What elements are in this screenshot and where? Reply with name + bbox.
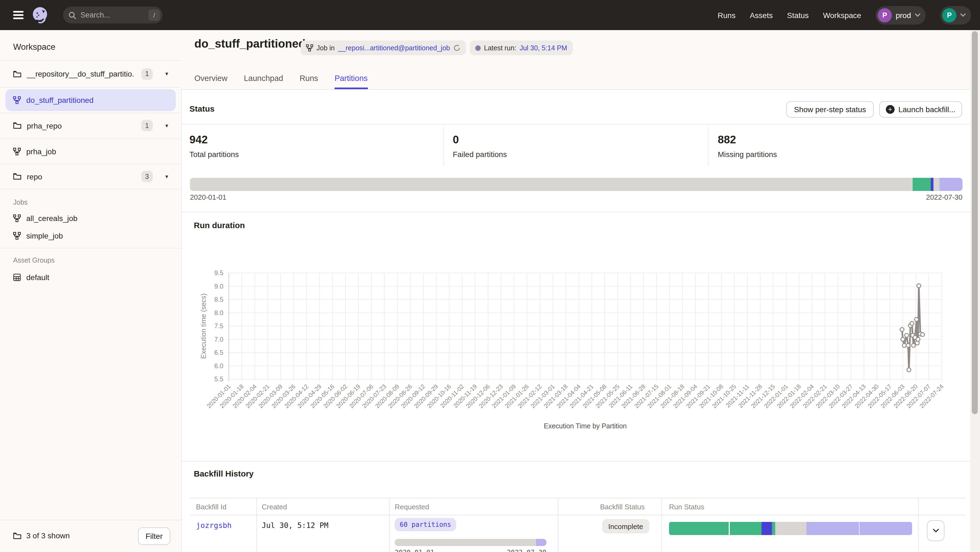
partition-status-bar: [190, 178, 963, 191]
svg-text:Execution time (secs): Execution time (secs): [200, 293, 207, 359]
folder-icon: [13, 70, 21, 78]
plus-icon: +: [886, 105, 894, 114]
deployment-name: prod: [896, 11, 911, 19]
jobs-section-label: Jobs: [13, 198, 28, 206]
sidebar-item-repository-do-stuff[interactable]: __repository__do_stuff_partitio... 1 ▼: [0, 60, 181, 87]
sidebar-item-prha-job[interactable]: prha_job: [0, 139, 181, 164]
scrollbar-track[interactable]: [970, 30, 980, 552]
search-input[interactable]: Search... /: [63, 6, 162, 24]
stat-label: Failed partitions: [453, 150, 507, 159]
sidebar-item-do-stuff-partitioned[interactable]: do_stuff_partitioned: [5, 89, 176, 111]
stat-missing-partitions: 882 Missing partitions: [718, 133, 777, 159]
sidebar-item-label: prha_repo: [27, 121, 62, 130]
divider: [389, 498, 390, 552]
sidebar-item-label: repo: [27, 172, 42, 181]
app-root: Search... / Runs Assets Status Workspace…: [0, 0, 980, 552]
divider: [181, 124, 980, 125]
job-icon: [306, 44, 313, 51]
folder-icon: [13, 173, 21, 180]
nav-assets[interactable]: Assets: [750, 11, 773, 19]
page-title: do_stuff_partitioned: [194, 37, 305, 50]
filter-button[interactable]: Filter: [138, 527, 170, 545]
requested-range-end: 2022-07-30: [493, 549, 546, 552]
user-menu[interactable]: P: [940, 6, 971, 24]
divider: [708, 127, 708, 166]
svg-text:8.5: 8.5: [214, 296, 223, 303]
chevron-down-icon: [960, 13, 966, 17]
divider: [181, 461, 980, 462]
asset-groups-section-label: Asset Groups: [13, 257, 54, 264]
top-nav-links: Runs Assets Status Workspace P prod P: [718, 0, 971, 30]
backfill-id-link[interactable]: jozrgsbh: [196, 521, 232, 530]
show-per-step-status-button[interactable]: Show per-step status: [786, 101, 874, 117]
divider: [558, 498, 558, 552]
stat-value: 882: [718, 133, 777, 146]
deployment-switcher[interactable]: P prod: [875, 6, 926, 24]
item-count-badge: 3: [141, 171, 153, 182]
launch-backfill-button[interactable]: + Launch backfill...: [879, 101, 962, 117]
col-created: Created: [262, 503, 287, 511]
caret-down-icon[interactable]: ▼: [164, 123, 169, 128]
nav-status[interactable]: Status: [787, 11, 809, 19]
scrollbar-thumb[interactable]: [972, 31, 978, 414]
caret-down-icon[interactable]: ▼: [164, 174, 169, 179]
sidebar-item-prha-repo[interactable]: prha_repo 1 ▼: [0, 113, 181, 139]
menu-icon[interactable]: [13, 11, 24, 19]
item-count-badge: 1: [141, 120, 153, 131]
svg-text:9.0: 9.0: [214, 282, 223, 290]
asset-group-label: default: [26, 273, 49, 282]
dagster-logo-icon[interactable]: [31, 6, 49, 24]
expand-row-button[interactable]: [927, 520, 944, 541]
sidebar-job-label: simple_job: [26, 232, 63, 240]
latest-run-label: Latest run:: [484, 44, 516, 52]
divider: [181, 212, 980, 212]
item-count-badge: 1: [141, 68, 153, 79]
job-icon: [13, 148, 21, 155]
sidebar-item-all-cereals-job[interactable]: all_cereals_job: [0, 211, 181, 226]
job-origin-prefix: Job in: [317, 44, 335, 52]
col-backfill-status: Backfill Status: [600, 503, 655, 511]
nav-workspace[interactable]: Workspace: [823, 11, 861, 19]
search-shortcut-badge: /: [148, 9, 160, 21]
job-header: do_stuff_partitioned Job in __reposi...a…: [181, 30, 980, 90]
svg-text:6.5: 6.5: [214, 349, 223, 356]
backfill-status-badge: Incomplete: [602, 519, 649, 533]
requested-partitions-badge: 60 partitions: [395, 518, 456, 531]
tab-overview[interactable]: Overview: [194, 67, 228, 89]
svg-text:8.0: 8.0: [214, 309, 223, 316]
partition-range-start: 2020-01-01: [190, 193, 226, 201]
shown-count: 3 of 3 shown: [26, 531, 70, 540]
status-heading: Status: [189, 104, 215, 113]
col-requested: Requested: [395, 503, 429, 511]
tab-launchpad[interactable]: Launchpad: [244, 67, 283, 89]
caret-down-icon[interactable]: ▼: [164, 71, 169, 76]
asset-group-icon: [13, 274, 21, 281]
sidebar-divider: [0, 248, 181, 248]
refresh-icon[interactable]: [453, 44, 460, 51]
sidebar-item-default-group[interactable]: default: [0, 270, 181, 285]
job-origin-link[interactable]: __reposi...artitioned@partitioned_job: [338, 44, 450, 52]
partition-range-end: 2022-07-30: [926, 193, 963, 201]
divider: [256, 498, 257, 552]
chevron-down-icon: [915, 13, 920, 17]
sidebar-item-label: __repository__do_stuff_partitio...: [27, 70, 134, 78]
sidebar-item-simple-job[interactable]: simple_job: [0, 228, 181, 243]
latest-run-badge: Latest run: Jul 30, 5:14 PM: [470, 40, 573, 55]
sidebar-item-label: prha_job: [26, 147, 56, 155]
sidebar-item-label: do_stuff_partitioned: [26, 96, 93, 105]
tab-runs[interactable]: Runs: [299, 67, 318, 89]
col-backfill-id: Backfill Id: [196, 503, 226, 511]
latest-run-link[interactable]: Jul 30, 5:14 PM: [520, 44, 567, 52]
deployment-avatar: P: [878, 8, 892, 22]
stat-failed-partitions: 0 Failed partitions: [453, 133, 507, 159]
requested-progress-bar: [395, 539, 546, 546]
backfill-table-header: Backfill Id Created Requested Backfill S…: [190, 498, 966, 516]
sidebar-item-repo[interactable]: repo 3 ▼: [0, 164, 181, 189]
job-icon: [13, 96, 21, 104]
tab-partitions[interactable]: Partitions: [334, 67, 368, 89]
backfill-table: Backfill Id Created Requested Backfill S…: [190, 498, 966, 552]
nav-runs[interactable]: Runs: [718, 11, 735, 19]
sidebar-selected-row-wrap: do_stuff_partitioned: [0, 87, 181, 113]
svg-text:6.0: 6.0: [214, 362, 223, 370]
run-status-dot: [475, 45, 481, 51]
